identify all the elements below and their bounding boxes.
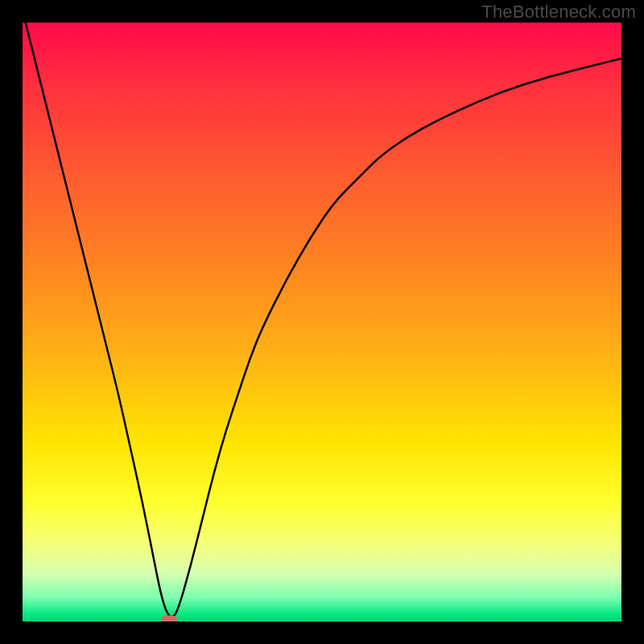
plot-area bbox=[23, 23, 621, 621]
minimum-marker bbox=[161, 615, 177, 621]
watermark-text: TheBottleneck.com bbox=[481, 2, 636, 23]
bottleneck-curve bbox=[23, 23, 621, 621]
chart-outer-frame: TheBottleneck.com bbox=[0, 0, 644, 644]
